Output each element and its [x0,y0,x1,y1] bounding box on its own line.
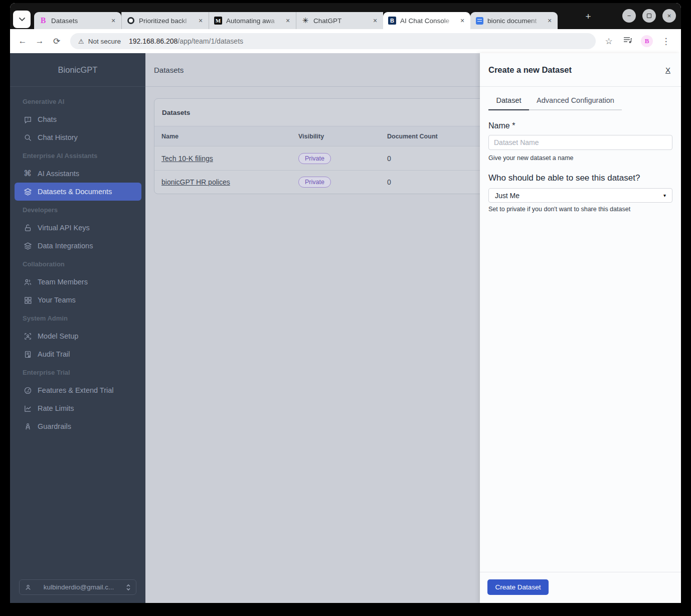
back-button[interactable]: ← [14,33,31,50]
address-bar[interactable]: ⚠ Not secure 192.168.86.208/app/team/1/d… [70,33,596,49]
name-label: Name * [488,121,672,130]
window-controls: − × [622,9,676,23]
tab-close-icon[interactable]: × [197,17,205,25]
tab-ai-chat-console-active[interactable]: B AI Chat Console × [383,12,470,29]
maximize-button[interactable] [642,9,656,23]
user-account-select[interactable]: kulbinderdio@gmail.c... [19,579,136,595]
sidebar-item-label: Features & Extend Trial [38,386,114,394]
layers-icon [23,241,32,250]
visibility-label: Who should be able to see this dataset? [488,173,672,183]
tab-title: Prioritized backl [139,17,193,25]
dataset-name-input[interactable] [488,135,672,150]
close-window-button[interactable]: × [662,9,676,23]
section-enterprise-ai-assistants: Enterprise AI Assistants [10,146,145,165]
visibility-selected-value: Just Me [495,192,520,200]
new-tab-button[interactable]: + [582,10,595,23]
medium-favicon: M [214,17,222,25]
column-header-name: Name [154,133,298,140]
tab-bionic-document[interactable]: bionic document × [470,12,558,29]
panel-body: Dataset Advanced Configuration Name * Gi… [480,87,681,213]
security-label[interactable]: Not secure [88,38,121,45]
docs-favicon [475,17,483,25]
dataset-link[interactable]: Tech 10-K filings [161,155,213,163]
tab-close-icon[interactable]: × [284,17,292,25]
unlock-icon [23,223,32,232]
tab-close-icon[interactable]: × [546,17,554,25]
select-chevrons-icon [126,584,131,591]
sidebar-item-chats[interactable]: ? Chats [10,110,145,128]
column-header-visibility: Visibility [298,133,387,140]
sidebar-item-audit-trail[interactable]: Audit Trail [10,345,145,363]
tab-title: ChatGPT [313,17,367,25]
visibility-help-text: Set to private if you don't want to shar… [488,206,672,213]
chevron-down-icon [19,18,25,22]
name-help-text: Give your new dataset a name [488,155,672,162]
select-caret-icon: ▾ [663,193,666,198]
toolbar-right-cluster: ☆ B ⋮ [603,35,672,47]
user-icon [25,584,32,591]
tab-search-button[interactable] [13,11,31,28]
sidebar-item-label: Chat History [38,133,78,141]
sidebar-item-data-integrations[interactable]: Data Integrations [10,237,145,255]
sidebar-item-ai-assistants[interactable]: ⌘ AI Assistants [10,165,145,183]
sidebar-item-label: Chats [38,115,57,123]
app-content: BionicGPT Generative AI ? Chats Chat His… [10,53,681,603]
visibility-badge: Private [298,153,331,164]
tab-close-icon[interactable]: × [458,17,466,25]
command-icon: ⌘ [23,169,32,178]
sidebar-item-your-teams[interactable]: Your Teams [10,291,145,309]
create-dataset-panel: Create a new Dataset X Dataset Advanced … [480,53,681,603]
sidebar-item-features-extend-trial[interactable]: Features & Extend Trial [10,381,145,399]
guardrails-person-icon [23,422,32,431]
bionicgpt-extension-icon[interactable]: B [641,35,653,47]
sidebar-item-virtual-api-keys[interactable]: Virtual API Keys [10,219,145,237]
dataset-link[interactable]: bionicGPT HR polices [161,178,230,186]
tab-title: AI Chat Console [400,17,454,25]
tab-close-icon[interactable]: × [371,17,379,25]
sidebar-item-label: Team Members [38,278,88,286]
tab-close-icon[interactable]: × [109,17,117,25]
sidebar-item-chat-history[interactable]: Chat History [10,128,145,146]
tab-title: Datasets [51,17,105,25]
sidebar-item-label: Model Setup [38,332,78,340]
browser-menu-icon[interactable]: ⋮ [660,36,672,47]
bookmark-star-icon[interactable]: ☆ [603,36,615,47]
chatgpt-favicon: ✳ [301,17,309,25]
layers-icon [23,187,32,196]
sidebar-item-team-members[interactable]: Team Members [10,273,145,291]
tab-prioritized-backlog[interactable]: Prioritized backl × [121,12,209,29]
sidebar-item-label: Virtual API Keys [38,224,90,232]
sidebar-item-label: AI Assistants [38,170,79,178]
not-secure-warning-icon: ⚠ [78,38,84,45]
sidebar-item-rate-limits[interactable]: Rate Limits [10,399,145,417]
sidebar-item-model-setup[interactable]: Model Setup [10,327,145,345]
close-panel-button[interactable]: X [665,66,670,74]
maximize-icon [647,14,651,18]
tab-advanced-configuration[interactable]: Advanced Configuration [529,96,622,110]
github-favicon [127,17,135,25]
playlist-glyph [623,37,632,44]
section-generative-ai: Generative AI [10,92,145,110]
tab-dataset[interactable]: Dataset [488,96,529,110]
user-scan-icon [23,332,32,341]
media-playlist-icon[interactable] [622,36,634,46]
panel-header: Create a new Dataset X [480,53,681,87]
search-icon [23,133,32,142]
tab-title: bionic document [487,17,542,25]
create-dataset-button[interactable]: Create Dataset [487,579,549,595]
sidebar-nav: Generative AI ? Chats Chat History Enter… [10,87,145,435]
panel-title: Create a new Dataset [488,65,665,75]
sidebar-item-label: Your Teams [38,296,76,304]
tab-datasets[interactable]: B Datasets × [34,12,121,29]
tab-automating[interactable]: M Automating awa × [209,12,296,29]
user-email: kulbinderdio@gmail.c... [37,583,121,591]
team-members-icon [23,277,32,286]
forward-button[interactable]: → [31,33,48,50]
reload-button[interactable]: ⟳ [48,33,65,50]
sidebar-item-datasets-documents[interactable]: Datasets & Documents [15,183,141,201]
url-path: /app/team/1/datasets [178,37,243,45]
sidebar-item-guardrails[interactable]: Guardrails [10,417,145,435]
visibility-select[interactable]: Just Me ▾ [488,188,672,203]
tab-chatgpt[interactable]: ✳ ChatGPT × [296,12,383,29]
minimize-button[interactable]: − [622,9,636,23]
